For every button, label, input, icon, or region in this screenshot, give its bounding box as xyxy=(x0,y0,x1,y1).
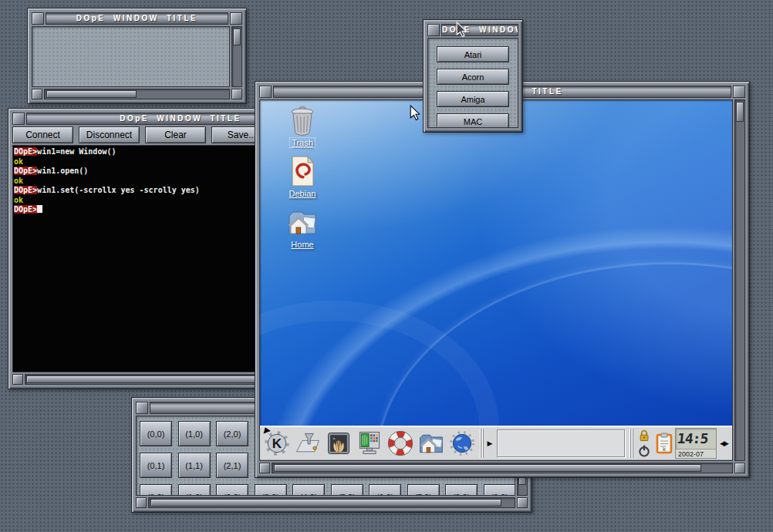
panel-hide-arrows[interactable]: ◀▶ xyxy=(717,429,731,458)
acorn-button[interactable]: Acorn xyxy=(437,69,509,85)
scroll-left-cap[interactable] xyxy=(32,89,42,99)
grid-cell-button[interactable]: (0,1) xyxy=(140,453,172,478)
terminal-command: win1=new Window() xyxy=(37,147,116,156)
horizontal-scroll-thumb[interactable] xyxy=(274,464,701,472)
terminal-prompt: DOpE> xyxy=(14,186,37,194)
desktop-icon-column: Trash Debian xyxy=(277,103,328,249)
grid-cell-button[interactable]: (4,2) xyxy=(292,484,325,496)
window-titlebar[interactable]: DOpE WINDOW TITLE xyxy=(441,24,518,36)
atari-button[interactable]: Atari xyxy=(437,46,509,62)
horizontal-scroll-thumb[interactable] xyxy=(46,90,137,98)
konqueror-button[interactable] xyxy=(447,428,478,459)
clock-applet[interactable]: 14:5 2002-07 xyxy=(675,428,717,459)
grid-cell-button[interactable]: (2,0) xyxy=(216,421,248,446)
lock-icon[interactable] xyxy=(637,429,651,443)
terminal-status-ok: ok xyxy=(14,196,23,204)
help-button[interactable] xyxy=(385,428,416,459)
home-folder-icon xyxy=(285,205,319,239)
grid-cell-button[interactable]: (0,2) xyxy=(140,484,172,496)
horizontal-scrollbar[interactable] xyxy=(148,497,515,508)
window-context-button[interactable] xyxy=(12,113,25,125)
window-context-button[interactable] xyxy=(259,86,272,98)
platform-button-list: Atari Acorn Amiga MAC xyxy=(428,39,518,128)
horizontal-scroll-thumb[interactable] xyxy=(150,499,501,507)
home-desktop-icon[interactable]: Home xyxy=(277,205,328,249)
grid-cell-button[interactable]: (8,2) xyxy=(445,484,478,496)
kde-desktop: Trash Debian xyxy=(259,99,733,461)
grid-cell-button[interactable]: (6,2) xyxy=(369,484,401,496)
window-context-button[interactable] xyxy=(32,12,44,25)
empty-window-content xyxy=(32,26,230,87)
grid-cell-button[interactable]: (2,1) xyxy=(216,453,248,478)
control-center-button[interactable] xyxy=(354,428,385,459)
desktop-pad-icon xyxy=(294,429,322,457)
k-menu-gear-icon: K xyxy=(263,429,291,457)
grid-cell-button[interactable]: (1,0) xyxy=(178,421,211,446)
power-icon[interactable] xyxy=(637,444,651,458)
konsole-shell-icon: >_ xyxy=(325,429,353,457)
scroll-left-cap[interactable] xyxy=(136,497,147,508)
icon-label: Debian xyxy=(288,189,318,198)
konqueror-globe-icon xyxy=(448,429,476,457)
show-desktop-button[interactable] xyxy=(292,428,323,459)
scroll-left-cap[interactable] xyxy=(12,374,23,385)
window-context-button[interactable] xyxy=(427,24,440,36)
terminal-status-ok: ok xyxy=(14,177,23,185)
lifebuoy-icon xyxy=(386,429,414,457)
terminal-prompt: DOpE> xyxy=(14,167,37,175)
debian-document-icon xyxy=(285,154,319,188)
resize-corner[interactable] xyxy=(517,497,528,508)
panel-extension-arrow[interactable]: ▶ xyxy=(485,429,495,458)
vertical-scroll-thumb[interactable] xyxy=(736,102,744,122)
vertical-scrollbar[interactable] xyxy=(231,26,242,87)
debian-desktop-icon[interactable]: Debian xyxy=(277,154,328,198)
disconnect-button[interactable]: Disconnect xyxy=(79,126,140,143)
svg-text:K: K xyxy=(272,436,282,451)
panel-separator xyxy=(479,429,484,458)
trash-desktop-icon[interactable]: Trash xyxy=(277,103,328,147)
panel-separator xyxy=(629,429,633,458)
terminal-command: win1.open() xyxy=(37,167,88,175)
terminal-command: win1.set(-scrollx yes -scrolly yes) xyxy=(37,186,200,194)
clock-date: 2002-07 xyxy=(676,449,716,459)
home-dir-button[interactable] xyxy=(416,428,447,459)
konsole-button[interactable]: >_ xyxy=(323,428,354,459)
vertical-scroll-thumb[interactable] xyxy=(233,29,241,45)
scroll-left-cap[interactable] xyxy=(259,463,270,473)
grid-cell-button[interactable]: (3,2) xyxy=(255,484,287,496)
window-titlebar[interactable]: DOpE WINDOW TITLE xyxy=(46,12,228,25)
platform-window: DOpE WINDOW TITLE Atari Acorn Amiga MAC xyxy=(423,19,523,133)
grid-cell-button[interactable]: (9,2) xyxy=(484,484,516,496)
terminal-prompt: DOpE> xyxy=(14,205,37,214)
empty-window: DOpE WINDOW TITLE xyxy=(27,8,247,104)
icon-label: Trash xyxy=(290,138,315,147)
svg-text:>_: >_ xyxy=(332,436,339,442)
horizontal-scrollbar[interactable] xyxy=(272,463,733,473)
grid-cell-button[interactable]: (1,2) xyxy=(178,484,211,496)
window-context-button[interactable] xyxy=(136,402,148,414)
control-center-icon xyxy=(356,429,383,457)
grid-cell-button[interactable]: (1,1) xyxy=(178,453,211,478)
scroll-up-cap[interactable] xyxy=(230,12,242,25)
clock-time: 14:5 xyxy=(675,429,709,449)
grid-cell-button[interactable]: (7,2) xyxy=(407,484,440,496)
grid-cell-button[interactable]: (2,2) xyxy=(216,484,248,496)
connect-button[interactable]: Connect xyxy=(12,126,73,143)
grid-cell-button[interactable]: (0,0) xyxy=(140,421,172,446)
taskbar-empty[interactable] xyxy=(497,429,625,457)
terminal-cursor xyxy=(37,205,42,213)
lock-logout-applet xyxy=(635,428,653,459)
vertical-scrollbar[interactable] xyxy=(734,99,745,461)
clear-button[interactable]: Clear xyxy=(145,126,206,143)
amiga-button[interactable]: Amiga xyxy=(437,91,509,107)
mac-button[interactable]: MAC xyxy=(437,113,509,128)
svg-text:k: k xyxy=(663,446,666,452)
resize-corner[interactable] xyxy=(734,463,745,473)
resize-corner[interactable] xyxy=(231,89,242,99)
terminal-status-ok: ok xyxy=(14,157,23,166)
klipper-applet[interactable]: k xyxy=(653,428,675,459)
klipper-clipboard-icon: k xyxy=(655,433,673,454)
scroll-up-cap[interactable] xyxy=(733,86,745,98)
grid-cell-button[interactable]: (5,2) xyxy=(331,484,363,496)
horizontal-scrollbar[interactable] xyxy=(44,89,230,99)
